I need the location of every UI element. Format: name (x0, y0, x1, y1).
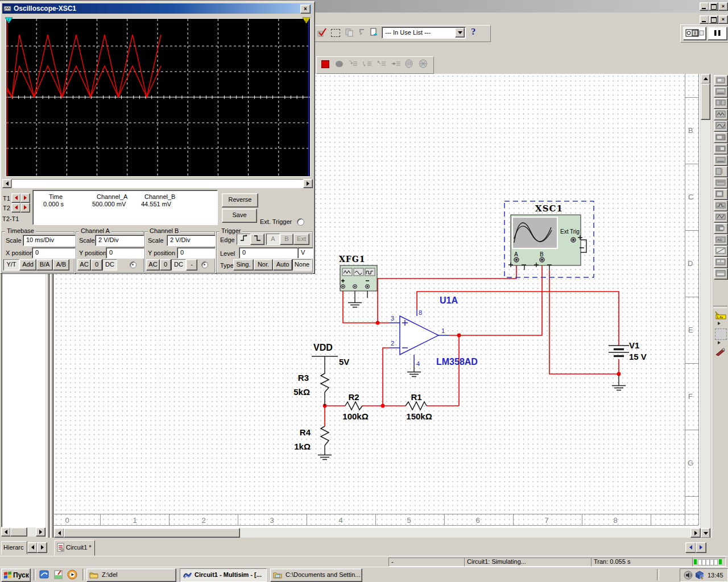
instrument-button-14[interactable] (714, 223, 728, 234)
instrument-button-11[interactable] (714, 189, 728, 200)
scope-scroll-track[interactable] (11, 179, 304, 188)
channel-b-y-field[interactable]: 0 (177, 247, 216, 259)
save-button[interactable]: Save (222, 209, 257, 223)
taskbar-documents-button[interactable]: C:\Documents and Settin... (270, 568, 362, 582)
channel-a-y-field[interactable]: 0 (106, 247, 144, 259)
hscroll-left-icon[interactable] (54, 528, 64, 538)
xfg1-label[interactable]: XFG1 (339, 255, 366, 264)
pause-sim-button[interactable] (708, 27, 727, 40)
vscroll-down-icon[interactable] (701, 528, 710, 538)
volume-icon[interactable] (684, 571, 693, 580)
trigger-source-a-button[interactable]: A (266, 234, 280, 245)
reverse-button[interactable]: Reverse (222, 193, 258, 207)
resistors[interactable] (321, 373, 427, 446)
instrument-button-12[interactable] (714, 200, 728, 211)
tray-app-icon[interactable] (695, 571, 705, 580)
toolbox-scroll-left-icon[interactable] (1, 527, 11, 537)
edge-falling-button[interactable] (250, 234, 264, 245)
t2-right-button[interactable] (20, 203, 30, 213)
opamp-ref[interactable]: U1A (440, 296, 458, 305)
channel-a-radio[interactable] (130, 261, 136, 268)
hierarchy-tab[interactable]: Hierarc (1, 541, 27, 554)
scope-scroll-left-icon[interactable] (2, 179, 12, 188)
main-close-button[interactable]: × (718, 2, 728, 11)
current-probe-icon[interactable] (714, 347, 727, 357)
t1-left-button[interactable] (11, 193, 21, 203)
instrument-button-5[interactable] (714, 120, 728, 132)
main-restore-button[interactable] (709, 2, 718, 11)
select-marquee-icon[interactable] (331, 29, 340, 37)
canvas-vscrollbar[interactable] (701, 74, 710, 538)
lab-view-dropdown-icon[interactable] (718, 341, 721, 344)
stop-sim-icon[interactable] (321, 60, 329, 68)
vscroll-thumb[interactable] (701, 84, 710, 120)
edge-rising-button[interactable] (237, 234, 251, 245)
hier-scroll-left-icon[interactable] (27, 542, 38, 553)
oscilloscope-close-button[interactable]: × (300, 5, 311, 14)
trigger-sing-button[interactable]: Sing. (233, 259, 254, 271)
xfg1[interactable] (340, 265, 377, 291)
instrument-button-2[interactable] (714, 86, 728, 98)
channel-b-radio[interactable] (201, 261, 208, 268)
hscroll-thumb[interactable] (64, 528, 240, 538)
paste-icon[interactable] (357, 28, 366, 37)
circuit1-tab[interactable]: Circuit1 * (54, 540, 95, 556)
run-switch-button[interactable] (683, 27, 706, 40)
trigger-level-field[interactable]: 0 (239, 247, 300, 259)
instrument-button-8[interactable] (714, 155, 728, 166)
ab-mode-button[interactable]: A/B (53, 259, 69, 271)
child-restore-button[interactable] (709, 15, 718, 24)
timebase-x-field[interactable]: 0 (32, 247, 76, 259)
channel-b-ac-button[interactable]: AC (146, 259, 160, 271)
ba-mode-button[interactable]: B/A (36, 259, 53, 271)
instrument-button-15[interactable]: AG (714, 234, 728, 246)
xsc1-label[interactable]: XSC1 (535, 203, 563, 214)
instrument-button-9[interactable] (714, 166, 728, 177)
toolbox-scroll-thumb[interactable] (10, 527, 27, 537)
opamp-part[interactable]: LM358AD (436, 357, 478, 367)
taskbar-zdel-button[interactable]: Z:\del (86, 568, 176, 582)
instrument-button-4[interactable] (714, 109, 728, 120)
instrument-button-18[interactable] (714, 268, 728, 280)
add-mode-button[interactable]: Add (19, 259, 36, 271)
oscilloscope-window[interactable]: Oscilloscope-XSC1 × 1 (0, 1, 315, 274)
canvas-hscrollbar[interactable] (54, 528, 700, 538)
channel-b-scale-field[interactable]: 2 V/Div (167, 235, 216, 246)
channel-b-minus-button[interactable]: - (186, 259, 197, 271)
use-list-check-icon[interactable] (317, 27, 328, 38)
hscroll-right-icon[interactable] (690, 528, 701, 538)
hier-scroll-right-icon[interactable] (37, 542, 47, 553)
export-icon[interactable] (370, 27, 380, 38)
instrument-multimeter-button[interactable] (714, 75, 728, 86)
yt-mode-button[interactable]: Y/T (3, 259, 19, 271)
trigger-unit-field[interactable]: V (297, 247, 313, 259)
measurement-probe-icon[interactable]: 1.4v (714, 310, 727, 319)
channel-a-ac-button[interactable]: AC (77, 259, 91, 271)
oscilloscope-title-bar[interactable]: Oscilloscope-XSC1 × (2, 3, 312, 14)
child-minimize-button[interactable] (700, 15, 709, 24)
channel-a-dc-button[interactable]: DC (102, 259, 117, 271)
channel-b-0-button[interactable]: 0 (160, 259, 171, 271)
t1-right-button[interactable] (20, 193, 30, 203)
ext-trigger-radio[interactable] (297, 218, 304, 226)
toolbox-scroll-right-icon[interactable] (36, 527, 46, 537)
copy-icon[interactable] (345, 28, 354, 37)
toolbox-hscrollbar[interactable] (1, 527, 44, 537)
trigger-source-ext-button[interactable]: Ext (293, 234, 309, 245)
battery-v1[interactable] (609, 346, 629, 356)
trigger-auto-button[interactable]: Auto (273, 259, 292, 271)
child-close-button[interactable]: × (718, 15, 728, 24)
tab-scroll-right-icon[interactable] (696, 542, 706, 553)
scope-scroll-right-icon[interactable] (303, 179, 313, 188)
t2-left-button[interactable] (11, 203, 21, 213)
instrument-button-16[interactable] (714, 246, 728, 257)
timebase-scale-field[interactable]: 10 ms/Div (23, 235, 76, 246)
notes-icon[interactable] (53, 569, 64, 580)
channel-a-0-button[interactable]: 0 (91, 259, 102, 271)
probe-dropdown-icon[interactable] (718, 322, 721, 325)
help-icon[interactable]: ? (471, 26, 476, 38)
trigger-none-button[interactable]: None (292, 259, 312, 271)
trigger-nor-button[interactable]: Nor. (254, 259, 273, 271)
in-use-list-dropdown-icon[interactable] (455, 28, 465, 38)
taskbar-multisim-button[interactable]: Circuit1 - Multisim - [... (180, 568, 267, 582)
